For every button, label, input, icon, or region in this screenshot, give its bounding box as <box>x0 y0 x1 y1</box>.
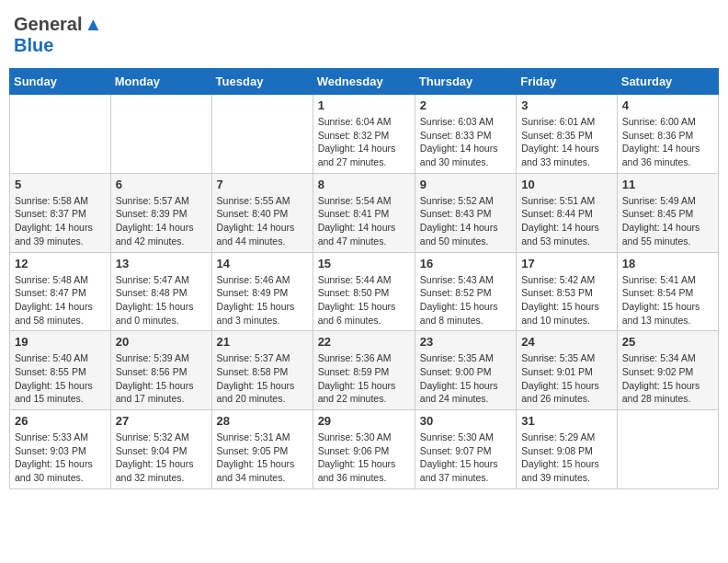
day-number: 6 <box>116 178 207 191</box>
calendar-cell: 13Sunrise: 5:47 AM Sunset: 8:48 PM Dayli… <box>110 252 211 331</box>
calendar-cell <box>110 95 211 174</box>
day-info: Sunrise: 6:03 AM Sunset: 8:33 PM Dayligh… <box>420 115 511 169</box>
day-number: 10 <box>521 178 612 191</box>
calendar-cell: 8Sunrise: 5:54 AM Sunset: 8:41 PM Daylig… <box>313 173 415 252</box>
logo: General ▲ Blue <box>14 14 102 56</box>
day-number: 5 <box>15 178 106 191</box>
day-info: Sunrise: 5:40 AM Sunset: 8:55 PM Dayligh… <box>15 351 106 406</box>
day-info: Sunrise: 5:54 AM Sunset: 8:41 PM Dayligh… <box>318 194 410 248</box>
weekday-header-friday: Friday <box>517 69 618 95</box>
calendar-cell: 28Sunrise: 5:31 AM Sunset: 9:05 PM Dayli… <box>211 410 313 489</box>
day-info: Sunrise: 5:41 AM Sunset: 8:54 PM Dayligh… <box>622 273 713 327</box>
day-number: 26 <box>15 414 106 428</box>
day-number: 3 <box>521 98 612 112</box>
day-number: 16 <box>420 257 511 270</box>
calendar-cell: 14Sunrise: 5:46 AM Sunset: 8:49 PM Dayli… <box>211 252 313 331</box>
day-info: Sunrise: 5:46 AM Sunset: 8:49 PM Dayligh… <box>217 273 308 327</box>
calendar-week-row: 1Sunrise: 6:04 AM Sunset: 8:32 PM Daylig… <box>10 95 719 174</box>
day-number: 25 <box>622 335 713 349</box>
day-number: 12 <box>15 257 106 270</box>
calendar-cell <box>10 95 111 174</box>
calendar-cell: 11Sunrise: 5:49 AM Sunset: 8:45 PM Dayli… <box>617 173 718 252</box>
calendar-cell: 24Sunrise: 5:35 AM Sunset: 9:01 PM Dayli… <box>517 331 618 410</box>
day-number: 19 <box>15 335 106 349</box>
day-number: 27 <box>116 414 207 428</box>
day-info: Sunrise: 5:51 AM Sunset: 8:44 PM Dayligh… <box>521 194 612 248</box>
weekday-header-tuesday: Tuesday <box>211 69 313 95</box>
calendar-cell <box>617 410 718 489</box>
calendar-cell: 17Sunrise: 5:42 AM Sunset: 8:53 PM Dayli… <box>517 252 618 331</box>
calendar-cell: 2Sunrise: 6:03 AM Sunset: 8:33 PM Daylig… <box>415 95 516 174</box>
calendar-cell: 20Sunrise: 5:39 AM Sunset: 8:56 PM Dayli… <box>110 331 211 410</box>
calendar-cell: 1Sunrise: 6:04 AM Sunset: 8:32 PM Daylig… <box>313 95 415 174</box>
calendar-table: SundayMondayTuesdayWednesdayThursdayFrid… <box>9 68 719 489</box>
calendar-cell: 4Sunrise: 6:00 AM Sunset: 8:36 PM Daylig… <box>617 95 718 174</box>
weekday-header-saturday: Saturday <box>617 69 718 95</box>
weekday-header-row: SundayMondayTuesdayWednesdayThursdayFrid… <box>10 69 719 95</box>
day-number: 29 <box>318 414 410 428</box>
day-info: Sunrise: 6:04 AM Sunset: 8:32 PM Dayligh… <box>318 115 410 169</box>
weekday-header-sunday: Sunday <box>10 69 111 95</box>
calendar-cell: 15Sunrise: 5:44 AM Sunset: 8:50 PM Dayli… <box>313 252 415 331</box>
day-info: Sunrise: 5:32 AM Sunset: 9:04 PM Dayligh… <box>116 431 207 485</box>
day-info: Sunrise: 5:43 AM Sunset: 8:52 PM Dayligh… <box>420 273 511 327</box>
day-number: 17 <box>521 257 612 270</box>
calendar-week-row: 12Sunrise: 5:48 AM Sunset: 8:47 PM Dayli… <box>10 252 719 331</box>
day-info: Sunrise: 6:01 AM Sunset: 8:35 PM Dayligh… <box>521 115 612 169</box>
page-header: General ▲ Blue <box>9 9 719 61</box>
day-number: 14 <box>217 257 308 270</box>
calendar-cell: 22Sunrise: 5:36 AM Sunset: 8:59 PM Dayli… <box>313 331 415 410</box>
day-info: Sunrise: 5:58 AM Sunset: 8:37 PM Dayligh… <box>15 194 106 248</box>
calendar-cell: 25Sunrise: 5:34 AM Sunset: 9:02 PM Dayli… <box>617 331 718 410</box>
calendar-cell: 7Sunrise: 5:55 AM Sunset: 8:40 PM Daylig… <box>211 173 313 252</box>
calendar-cell: 23Sunrise: 5:35 AM Sunset: 9:00 PM Dayli… <box>415 331 516 410</box>
day-info: Sunrise: 5:48 AM Sunset: 8:47 PM Dayligh… <box>15 273 106 327</box>
day-number: 1 <box>318 98 410 112</box>
day-info: Sunrise: 5:57 AM Sunset: 8:39 PM Dayligh… <box>116 194 207 248</box>
day-info: Sunrise: 5:33 AM Sunset: 9:03 PM Dayligh… <box>15 431 106 485</box>
day-info: Sunrise: 5:31 AM Sunset: 9:05 PM Dayligh… <box>217 431 308 485</box>
calendar-cell: 5Sunrise: 5:58 AM Sunset: 8:37 PM Daylig… <box>10 173 111 252</box>
calendar-cell: 31Sunrise: 5:29 AM Sunset: 9:08 PM Dayli… <box>517 410 618 489</box>
day-info: Sunrise: 5:44 AM Sunset: 8:50 PM Dayligh… <box>318 273 410 327</box>
day-number: 30 <box>420 414 511 428</box>
day-info: Sunrise: 6:00 AM Sunset: 8:36 PM Dayligh… <box>622 115 713 169</box>
day-number: 13 <box>116 257 207 270</box>
day-info: Sunrise: 5:30 AM Sunset: 9:06 PM Dayligh… <box>318 431 410 485</box>
day-number: 23 <box>420 335 511 349</box>
calendar-cell: 26Sunrise: 5:33 AM Sunset: 9:03 PM Dayli… <box>10 410 111 489</box>
calendar-cell: 18Sunrise: 5:41 AM Sunset: 8:54 PM Dayli… <box>617 252 718 331</box>
day-info: Sunrise: 5:39 AM Sunset: 8:56 PM Dayligh… <box>116 351 207 406</box>
calendar-cell: 16Sunrise: 5:43 AM Sunset: 8:52 PM Dayli… <box>415 252 516 331</box>
day-info: Sunrise: 5:55 AM Sunset: 8:40 PM Dayligh… <box>217 194 308 248</box>
day-number: 8 <box>318 178 410 191</box>
calendar-cell: 30Sunrise: 5:30 AM Sunset: 9:07 PM Dayli… <box>415 410 516 489</box>
day-info: Sunrise: 5:35 AM Sunset: 9:00 PM Dayligh… <box>420 351 511 406</box>
calendar-cell: 29Sunrise: 5:30 AM Sunset: 9:06 PM Dayli… <box>313 410 415 489</box>
logo-blue-text: Blue <box>14 35 53 55</box>
weekday-header-thursday: Thursday <box>415 69 516 95</box>
day-info: Sunrise: 5:42 AM Sunset: 8:53 PM Dayligh… <box>521 273 612 327</box>
day-number: 18 <box>622 257 713 270</box>
calendar-cell: 9Sunrise: 5:52 AM Sunset: 8:43 PM Daylig… <box>415 173 516 252</box>
logo-icon: ▲ <box>84 14 102 35</box>
weekday-header-monday: Monday <box>110 69 211 95</box>
day-number: 15 <box>318 257 410 270</box>
day-info: Sunrise: 5:37 AM Sunset: 8:58 PM Dayligh… <box>217 351 308 406</box>
calendar-week-row: 26Sunrise: 5:33 AM Sunset: 9:03 PM Dayli… <box>10 410 719 489</box>
calendar-cell: 19Sunrise: 5:40 AM Sunset: 8:55 PM Dayli… <box>10 331 111 410</box>
logo-general-text: General <box>14 14 82 35</box>
day-number: 31 <box>521 414 612 428</box>
day-number: 7 <box>217 178 308 191</box>
day-info: Sunrise: 5:36 AM Sunset: 8:59 PM Dayligh… <box>318 351 410 406</box>
calendar-week-row: 19Sunrise: 5:40 AM Sunset: 8:55 PM Dayli… <box>10 331 719 410</box>
day-number: 2 <box>420 98 511 112</box>
calendar-cell: 3Sunrise: 6:01 AM Sunset: 8:35 PM Daylig… <box>517 95 618 174</box>
day-info: Sunrise: 5:35 AM Sunset: 9:01 PM Dayligh… <box>521 351 612 406</box>
day-info: Sunrise: 5:29 AM Sunset: 9:08 PM Dayligh… <box>521 431 612 485</box>
day-number: 4 <box>622 98 713 112</box>
weekday-header-wednesday: Wednesday <box>313 69 415 95</box>
day-info: Sunrise: 5:30 AM Sunset: 9:07 PM Dayligh… <box>420 431 511 485</box>
day-number: 20 <box>116 335 207 349</box>
calendar-cell: 6Sunrise: 5:57 AM Sunset: 8:39 PM Daylig… <box>110 173 211 252</box>
